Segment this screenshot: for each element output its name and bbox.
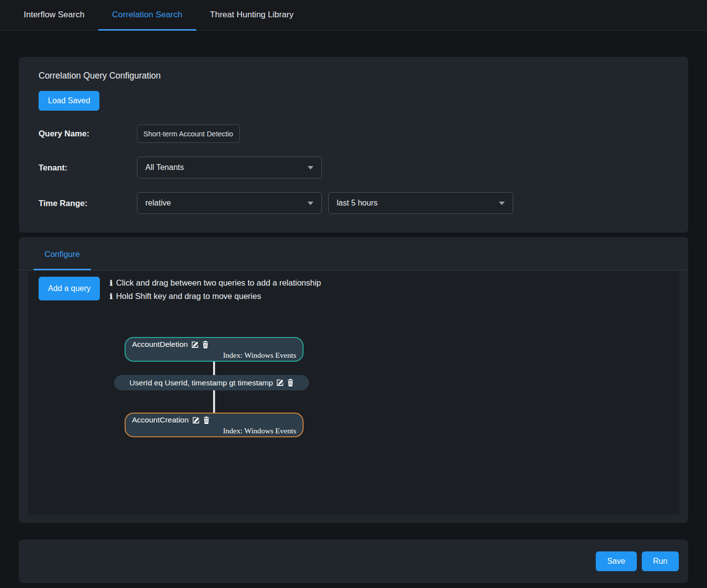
edit-icon[interactable] [276,379,284,386]
trash-icon[interactable] [202,341,209,348]
time-range-type-value: relative [145,199,171,208]
query-name-input[interactable] [137,125,240,143]
footer-actions-panel: Save Run [19,540,688,583]
chevron-down-icon [499,202,505,205]
hint-relationship: ℹ Click and drag between two queries to … [110,276,321,290]
tab-configure[interactable]: Configure [34,237,91,270]
query-node-name: AccountCreation [132,416,189,424]
tab-threat-hunting-library[interactable]: Threat Hunting Library [196,0,308,31]
tab-correlation-search[interactable]: Correlation Search [98,0,196,31]
relationship-pill[interactable]: UserId eq UserId, timestamp gt timestamp [114,375,309,390]
trash-icon[interactable] [203,417,210,424]
edit-icon[interactable] [191,341,199,348]
canvas-hints: ℹ Click and drag between two queries to … [110,276,321,303]
correlation-query-config-panel: Correlation Query Configuration Load Sav… [19,57,688,233]
info-icon: ℹ [110,292,113,301]
tab-interflow-search[interactable]: Interflow Search [10,0,98,31]
save-button[interactable]: Save [596,551,636,571]
info-icon: ℹ [110,279,113,288]
tenant-select[interactable]: All Tenants [137,157,322,178]
query-node-account-creation[interactable]: AccountCreation Index: Windows Events [125,413,304,437]
trash-icon[interactable] [287,379,294,386]
query-node-index: Index: Windows Events [223,351,296,359]
hint-move: ℹ Hold Shift key and drag to move querie… [110,290,321,303]
query-node-name: AccountDeletion [132,340,188,349]
edit-icon[interactable] [192,417,200,424]
tenant-selected-value: All Tenants [145,163,184,172]
configure-panel: Configure Add a query ℹ Click and drag b… [19,237,688,523]
time-range-type-select[interactable]: relative [137,192,322,214]
time-range-label: Time Range: [39,199,137,208]
tenant-label: Tenant: [39,163,137,172]
hint-text: Hold Shift key and drag to move queries [116,292,262,301]
run-button[interactable]: Run [642,551,679,571]
configure-tabrow: Configure [19,237,688,270]
hint-text: Click and drag between two queries to ad… [116,278,321,288]
query-node-account-deletion[interactable]: AccountDeletion Index: Windows Events [125,337,304,362]
time-range-value-select[interactable]: last 5 hours [328,192,513,214]
query-graph-canvas[interactable]: Add a query ℹ Click and drag between two… [28,271,679,515]
tenant-row: Tenant: All Tenants [39,157,668,178]
load-saved-button[interactable]: Load Saved [39,91,99,111]
query-node-index: Index: Windows Events [223,426,296,435]
add-query-button[interactable]: Add a query [39,277,100,300]
query-name-row: Query Name: [39,125,668,143]
panel-title: Correlation Query Configuration [39,71,668,81]
chevron-down-icon [308,166,313,169]
time-range-row: Time Range: relative last 5 hours [39,192,668,214]
chevron-down-icon [308,202,313,205]
time-range-value: last 5 hours [337,199,378,208]
top-nav: Interflow Search Correlation Search Thre… [0,0,707,31]
relationship-text: UserId eq UserId, timestamp gt timestamp [130,378,273,387]
query-name-label: Query Name: [39,129,137,138]
